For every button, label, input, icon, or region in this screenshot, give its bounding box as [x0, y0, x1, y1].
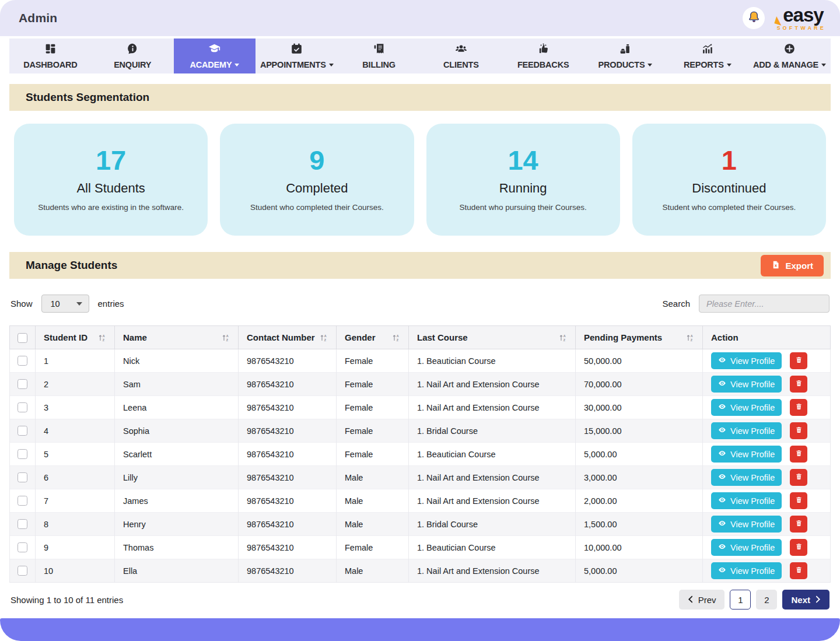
cell-gender: Female	[337, 373, 409, 396]
view-profile-button[interactable]: View Profile	[711, 469, 782, 486]
cell-pending-payments: 1,500.00	[576, 513, 703, 536]
column-name[interactable]: NameAZ	[115, 326, 239, 349]
view-profile-label: View Profile	[730, 403, 775, 412]
chevron-down-icon	[76, 302, 82, 306]
delete-button[interactable]	[790, 352, 807, 369]
view-profile-button[interactable]: View Profile	[711, 562, 782, 579]
nav-item-products[interactable]: PRODUCTS	[584, 38, 667, 73]
segmentation-header: Students Segmentation	[9, 84, 831, 111]
delete-button[interactable]	[790, 376, 807, 393]
row-checkbox[interactable]	[18, 402, 27, 412]
cell-name: Thomas	[115, 536, 239, 559]
cell-gender: Female	[337, 349, 409, 373]
delete-button[interactable]	[790, 422, 807, 439]
row-checkbox[interactable]	[18, 449, 27, 459]
export-button[interactable]: Export	[761, 255, 824, 276]
chevron-down-icon	[648, 64, 652, 66]
cell-name: James	[115, 489, 239, 513]
stat-label: Discontinued	[692, 181, 766, 196]
nav-item-reports[interactable]: REPORTS	[666, 38, 748, 73]
header-checkbox-cell	[10, 326, 36, 349]
table-row: 6 Lilly 9876543210 Male 1. Nail Art and …	[10, 466, 831, 489]
notifications-button[interactable]	[743, 7, 765, 29]
row-checkbox[interactable]	[18, 426, 27, 436]
delete-button[interactable]	[790, 399, 807, 416]
svg-text:Z: Z	[324, 338, 327, 341]
nav-item-billing[interactable]: BILLING	[338, 38, 420, 73]
delete-button[interactable]	[790, 446, 807, 463]
trash-icon	[795, 449, 803, 459]
nav-item-enquiry[interactable]: ENQUIRY	[92, 38, 174, 73]
table-row: 7 James 9876543210 Male 1. Nail Art and …	[10, 489, 831, 513]
next-page-button[interactable]: Next	[782, 590, 830, 610]
delete-button[interactable]	[790, 539, 807, 556]
sort-icon: AZ	[99, 334, 106, 342]
cell-action: View Profile	[703, 443, 831, 466]
cell-action: View Profile	[703, 559, 831, 583]
nav-item-academy[interactable]: ACADEMY	[174, 38, 256, 73]
page-button-2[interactable]: 2	[756, 590, 777, 610]
row-checkbox[interactable]	[18, 496, 27, 506]
view-profile-label: View Profile	[730, 450, 775, 459]
cell-contact-number: 9876543210	[239, 419, 337, 443]
cell-contact-number: 9876543210	[239, 396, 337, 419]
table-controls: Show 10 entries Search	[10, 295, 830, 313]
table-row: 2 Sam 9876543210 Female 1. Nail Art and …	[10, 373, 831, 396]
view-profile-button[interactable]: View Profile	[711, 376, 782, 393]
svg-text:A: A	[691, 334, 693, 338]
nav-item-add-manage[interactable]: ADD & MANAGE	[748, 38, 831, 73]
view-profile-button[interactable]: View Profile	[711, 492, 782, 509]
row-checkbox[interactable]	[18, 472, 27, 482]
view-profile-label: View Profile	[730, 356, 775, 366]
eye-icon	[718, 519, 726, 529]
delete-button[interactable]	[790, 516, 807, 533]
svg-text:A: A	[324, 334, 327, 338]
row-checkbox-cell	[10, 559, 36, 583]
nav-item-feedbacks[interactable]: FEEDBACKS	[502, 38, 584, 73]
view-profile-button[interactable]: View Profile	[711, 446, 782, 463]
stat-card-completed: 9 Completed Student who completed their …	[220, 124, 414, 236]
view-profile-button[interactable]: View Profile	[711, 516, 782, 533]
cell-gender: Female	[337, 419, 409, 443]
table-footer: Showing 1 to 10 of 11 entries Prev 1 2 N…	[10, 590, 830, 610]
cell-gender: Female	[337, 443, 409, 466]
nav-item-dashboard[interactable]: DASHBOARD	[9, 38, 92, 73]
view-profile-button[interactable]: View Profile	[711, 352, 782, 369]
prev-page-button[interactable]: Prev	[679, 590, 725, 610]
eye-icon	[718, 379, 726, 389]
view-profile-button[interactable]: View Profile	[711, 399, 782, 416]
cosmetics-icon	[619, 43, 631, 57]
column-pending-payments[interactable]: Pending PaymentsAZ	[576, 326, 703, 349]
delete-button[interactable]	[790, 469, 807, 486]
cell-student-id: 9	[36, 536, 115, 559]
delete-button[interactable]	[790, 492, 807, 509]
eye-icon	[718, 496, 726, 506]
view-profile-button[interactable]: View Profile	[711, 422, 782, 439]
row-checkbox[interactable]	[18, 356, 27, 366]
page-button-1[interactable]: 1	[730, 590, 751, 610]
stat-label: All Students	[76, 181, 145, 196]
nav-item-clients[interactable]: CLIENTS	[420, 38, 502, 73]
calendar-check-icon	[290, 43, 303, 57]
delete-button[interactable]	[790, 562, 807, 579]
cell-last-course: 1. Nail Art and Extension Course	[409, 489, 576, 513]
row-checkbox[interactable]	[18, 379, 27, 389]
page-size-select[interactable]: 10	[41, 295, 89, 313]
search-input[interactable]	[699, 295, 830, 313]
column-student-id[interactable]: Student IDAZ	[36, 326, 115, 349]
cell-pending-payments: 70,000.00	[576, 373, 703, 396]
row-checkbox[interactable]	[18, 566, 27, 576]
row-checkbox[interactable]	[18, 519, 27, 529]
row-checkbox[interactable]	[18, 542, 27, 552]
cell-student-id: 1	[36, 349, 115, 373]
column-last-course[interactable]: Last CourseAZ	[409, 326, 576, 349]
cell-student-id: 3	[36, 396, 115, 419]
cell-gender: Male	[337, 466, 409, 489]
view-profile-button[interactable]: View Profile	[711, 539, 782, 556]
column-contact-number[interactable]: Contact NumberAZ	[239, 326, 337, 349]
cell-gender: Female	[337, 536, 409, 559]
nav-item-appointments[interactable]: APPOINTMENTS	[256, 38, 338, 73]
view-profile-label: View Profile	[730, 496, 775, 506]
column-gender[interactable]: GenderAZ	[337, 326, 409, 349]
select-all-checkbox[interactable]	[18, 333, 27, 343]
